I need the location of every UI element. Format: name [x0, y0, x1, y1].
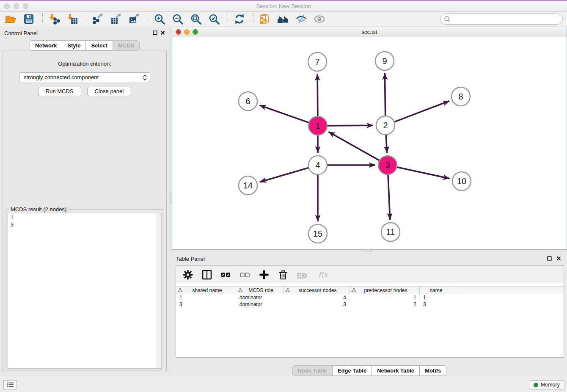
edge-3-10[interactable]: [396, 167, 450, 179]
edge-2-9[interactable]: [385, 73, 385, 117]
export-table-icon: [110, 13, 122, 25]
first-neighbors-button[interactable]: [277, 13, 289, 25]
table-row[interactable]: 3dominator323: [176, 301, 564, 308]
import-network-button[interactable]: [48, 13, 61, 25]
table-cell[interactable]: 3: [284, 301, 350, 308]
table-tab-edge-table[interactable]: Edge Table: [332, 365, 372, 376]
close-table-panel-icon[interactable]: [556, 256, 561, 261]
table-cell[interactable]: 4: [284, 294, 350, 301]
table-rows: 1dominator4113dominator323: [176, 294, 564, 308]
run-mcds-button[interactable]: Run MCDS: [38, 87, 81, 96]
export-image-button[interactable]: [128, 13, 140, 25]
open-file-button[interactable]: [4, 13, 17, 25]
status-bar: Memory: [0, 377, 567, 392]
table-panel-title: Table Panel: [176, 256, 205, 262]
table-cell[interactable]: 3: [420, 301, 455, 308]
table-cell[interactable]: dominator: [236, 294, 284, 301]
node-8[interactable]: 8: [451, 87, 470, 106]
result-scrollbar[interactable]: [157, 213, 161, 368]
table-cell[interactable]: 1: [176, 294, 236, 301]
node-2[interactable]: 2: [376, 116, 395, 135]
zoom-out-button[interactable]: [171, 13, 184, 25]
node-11[interactable]: 11: [381, 223, 400, 241]
memory-button[interactable]: Memory: [529, 380, 564, 389]
hide-selected-button[interactable]: [295, 13, 308, 25]
split-pane-button[interactable]: [201, 269, 212, 281]
select-all-rows-button[interactable]: [220, 269, 231, 281]
network-window-titlebar[interactable]: ✕ − + scc.txt: [172, 27, 567, 37]
delete-rows-button[interactable]: [278, 269, 289, 281]
node-15[interactable]: 15: [308, 224, 327, 243]
control-tab-style[interactable]: Style: [62, 40, 86, 51]
column-sort-icon: [351, 288, 356, 293]
import-table-button[interactable]: [66, 13, 79, 25]
node-9[interactable]: 9: [375, 52, 394, 70]
column-header-shared-name[interactable]: shared name: [176, 287, 236, 294]
svg-text:3: 3: [385, 160, 390, 170]
node-10[interactable]: 10: [452, 172, 471, 190]
column-header-name[interactable]: name: [420, 287, 455, 294]
search-box[interactable]: [440, 14, 563, 25]
close-panel-button[interactable]: Close panel: [87, 87, 132, 96]
node-1[interactable]: 1: [308, 116, 327, 135]
add-row-button[interactable]: [259, 269, 270, 281]
control-tab-mcds[interactable]: MCDS: [113, 40, 140, 51]
node-4[interactable]: 4: [308, 156, 327, 174]
open-file-icon: [5, 13, 17, 25]
column-sort-icon: [178, 288, 183, 293]
table-cell[interactable]: 1: [350, 294, 420, 301]
svg-text:15: 15: [313, 229, 322, 238]
table-tab-motifs[interactable]: Motifs: [419, 365, 446, 376]
table-row[interactable]: 1dominator411: [176, 294, 564, 301]
edge-1-2[interactable]: [326, 125, 373, 126]
zoom-fit-button[interactable]: [190, 13, 202, 25]
edge-3-11[interactable]: [388, 174, 390, 220]
network-canvas[interactable]: 7968124314101511: [172, 38, 567, 249]
task-history-button[interactable]: [3, 380, 17, 389]
column-header-predecessor-nodes[interactable]: predecessor nodes: [350, 287, 420, 294]
edge-2-8[interactable]: [394, 101, 449, 122]
zoom-selected-button[interactable]: [208, 13, 220, 25]
table-cell[interactable]: 2: [350, 301, 420, 308]
export-network-button[interactable]: [91, 13, 104, 25]
edge-2-3[interactable]: [386, 134, 387, 153]
edge-1-7[interactable]: [317, 74, 318, 117]
mcds-result-list[interactable]: 13: [8, 213, 162, 369]
node-14[interactable]: 14: [239, 176, 257, 195]
save-session-icon: [23, 13, 35, 25]
node-7[interactable]: 7: [308, 52, 327, 71]
svg-text:9: 9: [382, 56, 387, 66]
criterion-dropdown[interactable]: strongly connected component: [19, 72, 150, 82]
close-panel-icon[interactable]: [160, 30, 165, 35]
save-session-button[interactable]: [22, 13, 35, 25]
new-network-from-selection-button[interactable]: [259, 13, 271, 25]
table-panel: Table Panel f(x) shared nameMCDS rolesuc…: [172, 252, 567, 377]
control-tab-network[interactable]: Network: [30, 40, 62, 51]
column-header-MCDS-role[interactable]: MCDS role: [236, 287, 284, 294]
show-hidden-button[interactable]: [313, 13, 326, 25]
float-table-panel-icon[interactable]: [547, 256, 552, 261]
table-cell[interactable]: 1: [420, 294, 455, 301]
edge-1-6[interactable]: [259, 105, 310, 123]
float-panel-icon[interactable]: [153, 30, 157, 35]
zoom-in-button[interactable]: [153, 13, 166, 25]
export-table-button[interactable]: [110, 13, 122, 25]
control-tab-select[interactable]: Select: [85, 40, 113, 51]
split-pane-icon: [201, 269, 212, 280]
table-tab-network-table[interactable]: Network Table: [372, 365, 420, 376]
edge-4-14[interactable]: [260, 168, 310, 182]
deselect-all-rows-button[interactable]: [239, 269, 250, 281]
column-header-label: successor nodes: [290, 287, 349, 293]
table-cell[interactable]: 3: [176, 301, 236, 308]
column-sort-icon: [238, 288, 243, 293]
edge-3-1[interactable]: [328, 132, 380, 161]
search-input[interactable]: [451, 15, 562, 23]
gear-button[interactable]: [182, 269, 193, 281]
table-cell[interactable]: dominator: [236, 301, 284, 308]
network-graph[interactable]: 7968124314101511: [172, 38, 567, 249]
column-header-successor-nodes[interactable]: successor nodes: [284, 287, 350, 294]
node-6[interactable]: 6: [239, 92, 257, 110]
refresh-button[interactable]: [233, 13, 246, 25]
table-tab-node-table[interactable]: Node Table: [292, 365, 333, 376]
node-3[interactable]: 3: [378, 156, 397, 174]
